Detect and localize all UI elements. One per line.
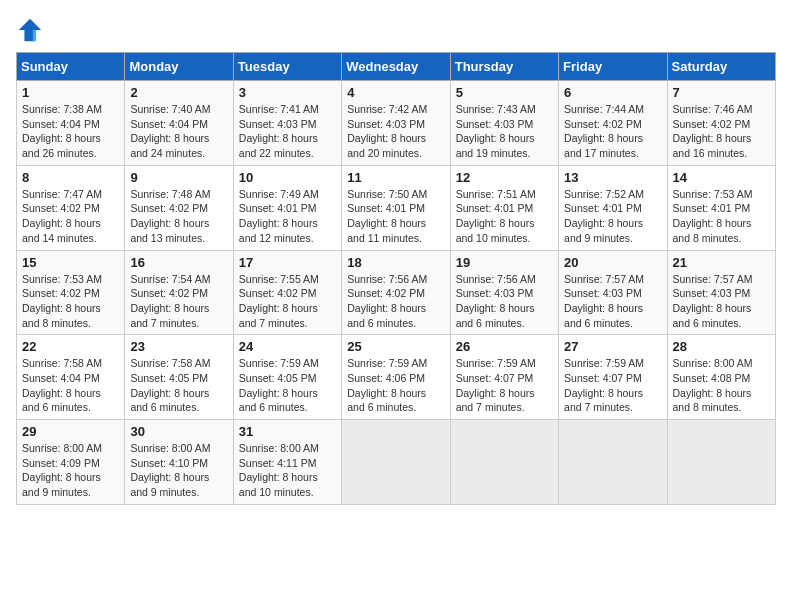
day-number: 25 [347,339,444,354]
svg-marker-0 [19,19,41,41]
calendar-cell: 12Sunrise: 7:51 AM Sunset: 4:01 PM Dayli… [450,165,558,250]
day-number: 8 [22,170,119,185]
day-number: 16 [130,255,227,270]
day-number: 15 [22,255,119,270]
day-info: Sunrise: 7:48 AM Sunset: 4:02 PM Dayligh… [130,187,227,246]
calendar-cell: 24Sunrise: 7:59 AM Sunset: 4:05 PM Dayli… [233,335,341,420]
logo [16,16,48,44]
day-info: Sunrise: 7:59 AM Sunset: 4:05 PM Dayligh… [239,356,336,415]
day-number: 29 [22,424,119,439]
day-number: 28 [673,339,770,354]
day-info: Sunrise: 7:55 AM Sunset: 4:02 PM Dayligh… [239,272,336,331]
calendar-cell [559,420,667,505]
day-info: Sunrise: 7:53 AM Sunset: 4:01 PM Dayligh… [673,187,770,246]
day-info: Sunrise: 7:51 AM Sunset: 4:01 PM Dayligh… [456,187,553,246]
weekday-header-thursday: Thursday [450,53,558,81]
day-number: 9 [130,170,227,185]
calendar-cell: 17Sunrise: 7:55 AM Sunset: 4:02 PM Dayli… [233,250,341,335]
day-number: 23 [130,339,227,354]
calendar-cell: 6Sunrise: 7:44 AM Sunset: 4:02 PM Daylig… [559,81,667,166]
calendar-cell: 16Sunrise: 7:54 AM Sunset: 4:02 PM Dayli… [125,250,233,335]
calendar-cell: 23Sunrise: 7:58 AM Sunset: 4:05 PM Dayli… [125,335,233,420]
day-info: Sunrise: 7:56 AM Sunset: 4:02 PM Dayligh… [347,272,444,331]
day-info: Sunrise: 7:49 AM Sunset: 4:01 PM Dayligh… [239,187,336,246]
page-header [16,16,776,44]
day-info: Sunrise: 7:53 AM Sunset: 4:02 PM Dayligh… [22,272,119,331]
calendar-cell: 27Sunrise: 7:59 AM Sunset: 4:07 PM Dayli… [559,335,667,420]
day-number: 12 [456,170,553,185]
day-info: Sunrise: 8:00 AM Sunset: 4:08 PM Dayligh… [673,356,770,415]
day-info: Sunrise: 7:59 AM Sunset: 4:07 PM Dayligh… [456,356,553,415]
calendar-cell: 28Sunrise: 8:00 AM Sunset: 4:08 PM Dayli… [667,335,775,420]
calendar-cell: 9Sunrise: 7:48 AM Sunset: 4:02 PM Daylig… [125,165,233,250]
day-number: 13 [564,170,661,185]
day-number: 11 [347,170,444,185]
calendar-table: SundayMondayTuesdayWednesdayThursdayFrid… [16,52,776,505]
calendar-cell: 21Sunrise: 7:57 AM Sunset: 4:03 PM Dayli… [667,250,775,335]
day-info: Sunrise: 7:50 AM Sunset: 4:01 PM Dayligh… [347,187,444,246]
day-number: 31 [239,424,336,439]
calendar-cell: 20Sunrise: 7:57 AM Sunset: 4:03 PM Dayli… [559,250,667,335]
day-info: Sunrise: 7:42 AM Sunset: 4:03 PM Dayligh… [347,102,444,161]
weekday-header-wednesday: Wednesday [342,53,450,81]
calendar-cell: 11Sunrise: 7:50 AM Sunset: 4:01 PM Dayli… [342,165,450,250]
calendar-cell [450,420,558,505]
day-number: 7 [673,85,770,100]
calendar-cell: 5Sunrise: 7:43 AM Sunset: 4:03 PM Daylig… [450,81,558,166]
day-info: Sunrise: 7:52 AM Sunset: 4:01 PM Dayligh… [564,187,661,246]
calendar-cell: 22Sunrise: 7:58 AM Sunset: 4:04 PM Dayli… [17,335,125,420]
day-info: Sunrise: 7:47 AM Sunset: 4:02 PM Dayligh… [22,187,119,246]
day-info: Sunrise: 8:00 AM Sunset: 4:09 PM Dayligh… [22,441,119,500]
calendar-cell: 30Sunrise: 8:00 AM Sunset: 4:10 PM Dayli… [125,420,233,505]
weekday-header-friday: Friday [559,53,667,81]
calendar-cell: 19Sunrise: 7:56 AM Sunset: 4:03 PM Dayli… [450,250,558,335]
calendar-cell: 29Sunrise: 8:00 AM Sunset: 4:09 PM Dayli… [17,420,125,505]
calendar-cell: 26Sunrise: 7:59 AM Sunset: 4:07 PM Dayli… [450,335,558,420]
logo-icon [16,16,44,44]
calendar-cell: 4Sunrise: 7:42 AM Sunset: 4:03 PM Daylig… [342,81,450,166]
day-number: 19 [456,255,553,270]
day-number: 20 [564,255,661,270]
day-number: 24 [239,339,336,354]
calendar-cell: 25Sunrise: 7:59 AM Sunset: 4:06 PM Dayli… [342,335,450,420]
day-number: 17 [239,255,336,270]
calendar-cell: 8Sunrise: 7:47 AM Sunset: 4:02 PM Daylig… [17,165,125,250]
weekday-header-monday: Monday [125,53,233,81]
day-info: Sunrise: 7:58 AM Sunset: 4:04 PM Dayligh… [22,356,119,415]
day-info: Sunrise: 7:40 AM Sunset: 4:04 PM Dayligh… [130,102,227,161]
day-info: Sunrise: 7:57 AM Sunset: 4:03 PM Dayligh… [673,272,770,331]
calendar-cell: 3Sunrise: 7:41 AM Sunset: 4:03 PM Daylig… [233,81,341,166]
day-number: 22 [22,339,119,354]
day-info: Sunrise: 7:54 AM Sunset: 4:02 PM Dayligh… [130,272,227,331]
day-info: Sunrise: 7:41 AM Sunset: 4:03 PM Dayligh… [239,102,336,161]
day-number: 4 [347,85,444,100]
day-number: 5 [456,85,553,100]
calendar-cell [667,420,775,505]
calendar-cell: 7Sunrise: 7:46 AM Sunset: 4:02 PM Daylig… [667,81,775,166]
weekday-header-tuesday: Tuesday [233,53,341,81]
day-info: Sunrise: 8:00 AM Sunset: 4:10 PM Dayligh… [130,441,227,500]
weekday-header-saturday: Saturday [667,53,775,81]
calendar-cell: 18Sunrise: 7:56 AM Sunset: 4:02 PM Dayli… [342,250,450,335]
day-info: Sunrise: 7:56 AM Sunset: 4:03 PM Dayligh… [456,272,553,331]
day-info: Sunrise: 7:46 AM Sunset: 4:02 PM Dayligh… [673,102,770,161]
day-number: 1 [22,85,119,100]
day-info: Sunrise: 7:59 AM Sunset: 4:07 PM Dayligh… [564,356,661,415]
day-number: 18 [347,255,444,270]
day-number: 21 [673,255,770,270]
day-number: 30 [130,424,227,439]
day-info: Sunrise: 7:59 AM Sunset: 4:06 PM Dayligh… [347,356,444,415]
calendar-cell: 10Sunrise: 7:49 AM Sunset: 4:01 PM Dayli… [233,165,341,250]
day-number: 26 [456,339,553,354]
day-number: 6 [564,85,661,100]
day-info: Sunrise: 7:57 AM Sunset: 4:03 PM Dayligh… [564,272,661,331]
day-info: Sunrise: 7:44 AM Sunset: 4:02 PM Dayligh… [564,102,661,161]
day-info: Sunrise: 7:43 AM Sunset: 4:03 PM Dayligh… [456,102,553,161]
day-info: Sunrise: 8:00 AM Sunset: 4:11 PM Dayligh… [239,441,336,500]
calendar-cell: 13Sunrise: 7:52 AM Sunset: 4:01 PM Dayli… [559,165,667,250]
day-info: Sunrise: 7:38 AM Sunset: 4:04 PM Dayligh… [22,102,119,161]
day-number: 10 [239,170,336,185]
calendar-cell: 1Sunrise: 7:38 AM Sunset: 4:04 PM Daylig… [17,81,125,166]
day-number: 3 [239,85,336,100]
calendar-cell [342,420,450,505]
